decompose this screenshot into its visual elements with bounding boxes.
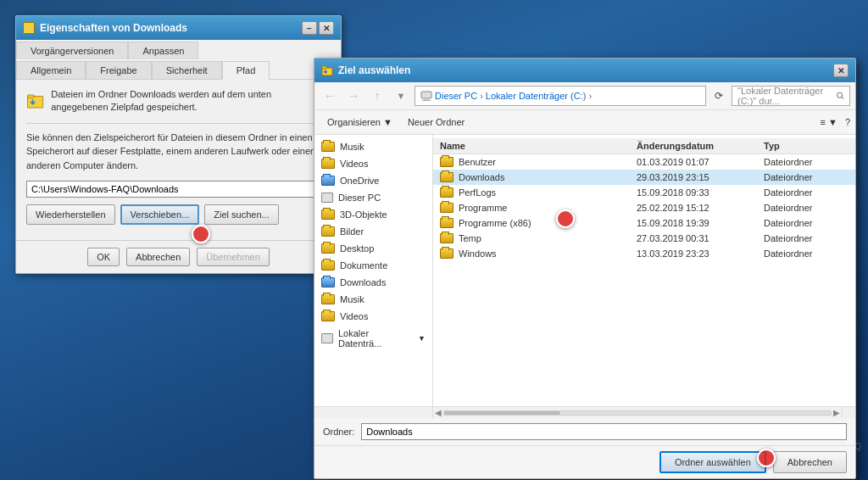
scroll-track — [443, 410, 832, 416]
breadcrumb-lokaler[interactable]: Lokaler Datenträger (C:) — [486, 91, 587, 101]
file-name-text: Programme — [459, 203, 507, 213]
nav-item-dokumente[interactable]: Dokumente — [314, 257, 432, 274]
file-date: 29.03.2019 23:15 — [637, 172, 764, 182]
nav-item-bilder[interactable]: Bilder — [314, 223, 432, 240]
tab-sicherheit[interactable]: Sicherheit — [152, 61, 222, 79]
search-button[interactable]: Ziel suchen... — [204, 204, 278, 225]
file-row-windows[interactable]: Windows 13.03.2019 23:23 Dateiordner — [433, 246, 855, 261]
file-row-programme-x86[interactable]: Programme (x86) 15.09.2018 19:39 Dateior… — [433, 215, 855, 231]
properties-dialog: Eigenschaften von Downloads − ✕ Vorgänge… — [15, 15, 342, 274]
tab-pfad[interactable]: Pfad — [222, 61, 270, 80]
svg-line-8 — [842, 97, 843, 98]
h-scrollbar[interactable]: ◀ ▶ — [433, 407, 842, 418]
col-header-type[interactable]: Typ — [764, 141, 849, 151]
action-buttons: Wiederherstellen Verschieben... Ziel suc… — [26, 204, 331, 225]
file-name-text: Windows — [459, 248, 497, 259]
nav-item-3d-objekte[interactable]: 3D-Objekte — [314, 206, 432, 223]
up-button[interactable]: ↑ — [367, 87, 387, 105]
nav-item-videos2[interactable]: Videos — [314, 308, 432, 325]
col-header-name[interactable]: Name — [440, 141, 637, 151]
dialog-footer: OK Abbrechen Übernehmen — [16, 240, 341, 273]
svg-point-7 — [837, 92, 843, 98]
ok-button[interactable]: OK — [87, 248, 120, 266]
tab-allgemein[interactable]: Allgemein — [16, 61, 86, 79]
windows-watermark: Windows-FAQ — [807, 442, 861, 451]
path-input[interactable] — [26, 181, 331, 198]
folder-icon — [440, 218, 453, 228]
nav-item-desktop[interactable]: Desktop — [314, 240, 432, 257]
file-date: 15.09.2018 09:33 — [637, 187, 764, 198]
file-row-downloads[interactable]: Downloads 29.03.2019 23:15 Dateiordner — [433, 170, 855, 185]
cursor-indicator — [192, 225, 210, 243]
file-name-text: PerfLogs — [459, 187, 496, 198]
file-row-temp[interactable]: Temp 27.03.2019 00:31 Dateiordner — [433, 231, 855, 246]
folder-label: Ordner: — [323, 427, 354, 437]
tab-vorgaengerversionen[interactable]: Vorgängerversionen — [16, 42, 128, 59]
nav-scrollbar-space — [314, 407, 433, 418]
file-type: Dateiordner — [764, 172, 849, 182]
move-button[interactable]: Verschieben... — [120, 204, 200, 225]
forward-button[interactable]: → — [343, 87, 364, 105]
folder-field-row: Ordner: — [314, 418, 855, 445]
apply-button[interactable]: Übernehmen — [197, 248, 270, 266]
nav-item-dieser-pc[interactable]: Dieser PC — [314, 189, 432, 206]
nav-item-label: Desktop — [340, 243, 374, 254]
nav-item-label: Musik — [340, 142, 364, 152]
folder-icon — [321, 209, 335, 220]
back-button[interactable]: ← — [320, 87, 340, 105]
target-cancel-button[interactable]: Abbrechen — [773, 451, 847, 473]
nav-item-downloads[interactable]: Downloads — [314, 274, 432, 291]
file-type: Dateiordner — [764, 218, 849, 228]
info-section: Dateien im Ordner Downloads werden auf d… — [26, 88, 331, 114]
file-type: Dateiordner — [764, 203, 849, 213]
restore-button[interactable]: Wiederherstellen — [26, 204, 115, 225]
target-close-button[interactable]: ✕ — [833, 64, 849, 77]
file-name-text: Benutzer — [459, 157, 496, 167]
scroll-right-btn[interactable]: ▶ — [833, 408, 840, 417]
file-name-text: Temp — [459, 233, 481, 243]
folder-icon — [321, 260, 335, 271]
tab-freigabe[interactable]: Freigabe — [86, 61, 151, 79]
file-row-benutzer[interactable]: Benutzer 01.03.2019 01:07 Dateiordner — [433, 154, 855, 170]
description-text: Sie können den Zielspeicherort für Datei… — [26, 131, 331, 173]
nav-item-videos[interactable]: Videos — [314, 155, 432, 172]
folder-icon — [321, 159, 335, 169]
nav-item-musik[interactable]: Musik — [314, 138, 432, 155]
file-row-perflogs[interactable]: PerfLogs 15.09.2018 09:33 Dateiordner — [433, 185, 855, 200]
nav-item-lokaler[interactable]: Lokaler Datenträ... ▼ — [314, 325, 432, 352]
nav-item-label: Dieser PC — [338, 193, 381, 203]
file-date: 15.09.2018 19:39 — [637, 218, 764, 228]
target-titlebar: Ziel auswählen ✕ — [314, 59, 855, 82]
file-date: 13.03.2019 23:23 — [637, 248, 764, 259]
nav-item-label: Lokaler Datenträ... — [338, 328, 413, 349]
nav-item-onedrive[interactable]: OneDrive — [314, 172, 432, 189]
nav-item-label: Downloads — [340, 277, 386, 287]
target-toolbar: ← → ↑ ▼ Dieser PC › Lokaler Datenträger … — [314, 82, 855, 110]
close-button[interactable]: ✕ — [319, 21, 334, 35]
search-bar[interactable]: "Lokaler Datenträger (C:)" dur... — [732, 86, 850, 106]
properties-title: Eigenschaften von Downloads — [40, 22, 187, 34]
folder-icon — [321, 243, 335, 254]
select-folder-button[interactable]: Ordner auswählen — [659, 451, 766, 473]
new-folder-button[interactable]: Neuer Ordner — [400, 114, 472, 131]
file-row-programme[interactable]: Programme 25.02.2019 15:12 Dateiordner — [433, 200, 855, 215]
folder-icon — [321, 142, 335, 152]
help-button[interactable]: ? — [845, 117, 850, 127]
file-name-text: Programme (x86) — [459, 218, 531, 228]
breadcrumb-dieser-pc[interactable]: Dieser PC — [435, 91, 477, 101]
organize-button[interactable]: Organisieren ▼ — [320, 114, 400, 131]
refresh-button[interactable]: ⟳ — [709, 87, 728, 105]
nav-item-musik2[interactable]: Musik — [314, 291, 432, 308]
folder-icon — [321, 311, 335, 321]
folder-icon — [440, 248, 453, 259]
scroll-left-btn[interactable]: ◀ — [435, 408, 442, 417]
cancel-button[interactable]: Abbrechen — [126, 248, 190, 266]
col-header-date[interactable]: Änderungsdatum — [637, 141, 764, 151]
breadcrumb-bar[interactable]: Dieser PC › Lokaler Datenträger (C:) › — [415, 86, 706, 106]
down-button[interactable]: ▼ — [391, 87, 411, 105]
folder-icon — [321, 176, 335, 186]
minimize-button[interactable]: − — [302, 21, 317, 35]
tab-anpassen[interactable]: Anpassen — [128, 42, 198, 59]
folder-input[interactable] — [361, 423, 847, 440]
nav-item-label: Bilder — [340, 226, 364, 237]
